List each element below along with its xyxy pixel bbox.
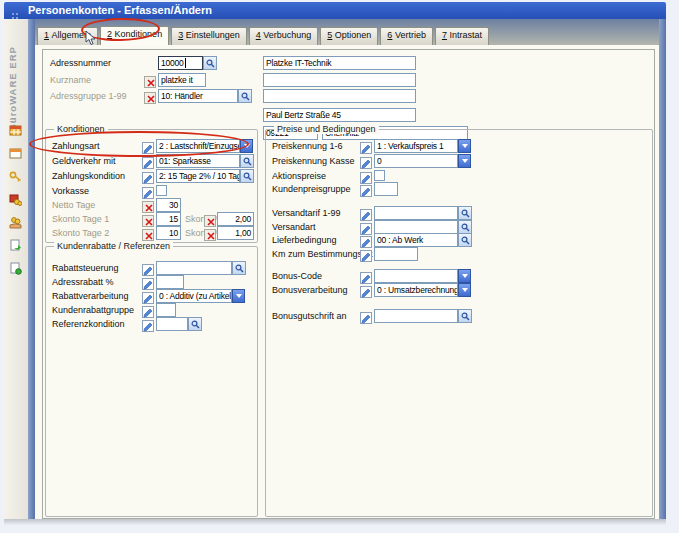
kundenpreisgruppe-input[interactable] [374,182,398,196]
cash-icon[interactable] [9,192,22,210]
bonus-code-select[interactable] [374,269,458,283]
kundenrabattgruppe-input[interactable] [156,303,176,317]
field-disabled-icon [204,213,216,225]
skonto1-label: Skonto Tage 1 [52,214,109,224]
field-edit-icon [142,318,154,330]
bonus-code-row: Bonus-Code [266,269,652,283]
km-input[interactable] [374,247,418,261]
field-disabled-icon [142,199,154,211]
table-icon[interactable] [9,123,22,141]
adressgruppe-label: Adressgruppe 1-99 [50,91,127,101]
adressgruppe-select[interactable]: 10: Händler [158,89,238,103]
tab-verbuchung[interactable]: 4 Verbuchung [249,27,319,45]
field-edit-icon [360,140,372,152]
preiskennung-kasse-select[interactable]: 0 [374,154,458,168]
adressrabatt-input[interactable] [156,275,184,289]
sidebar-splitter[interactable] [28,19,35,519]
bonusverarbeitung-select[interactable]: 0 : Umsatzberechnung Adr [374,283,458,297]
annotation-ellipse-zahlungsart [29,131,249,157]
field-edit-icon [360,284,372,296]
lieferbedingung-label: Lieferbedingung [272,235,337,245]
rabattverarbeitung-select[interactable]: 0 : Additiv (zu Artikel/WGR [156,289,232,303]
rabattsteuerung-row: Rabattsteuerung [46,261,257,275]
preiskennung-label: Preiskennung 1-6 [272,141,343,151]
zahlungskondition-select[interactable]: 2: 15 Tage 2% / 10 Tag [156,169,240,183]
lieferbedingung-lookup-button[interactable] [458,233,472,247]
payment-icon[interactable] [9,215,22,233]
strasse-row: Paul Bertz Straße 45 [43,108,654,122]
adressnummer-input[interactable]: 10000 [158,56,203,70]
versandtarif-input[interactable] [374,206,458,220]
tab-intrastat[interactable]: 7 Intrastat [435,27,489,45]
vorkasse-checkbox[interactable] [156,185,167,196]
vorkasse-label: Vorkasse [52,186,89,196]
kundenrabattgruppe-label: Kundenrabattgruppe [52,305,134,315]
field-edit-icon [142,290,154,302]
field-edit-icon [360,170,372,182]
chevron-down-icon [462,159,468,163]
geldverkehr-label: Geldverkehr mit [52,156,116,166]
tab-einstellungen[interactable]: 3 Einstellungen [171,27,247,45]
bonusgutschrift-input[interactable] [374,309,458,323]
preiskennung-kasse-row: Preiskennung Kasse 0 [266,154,652,168]
zahlungskondition-lookup-button[interactable] [240,169,254,183]
kurzname-input[interactable]: platzke it [158,73,206,87]
field-disabled-icon [204,227,216,239]
aktionspreise-row: Aktionspreise [266,169,652,183]
window-title: Personenkonten - Erfassen/Ändern [28,4,212,16]
adressgruppe-lookup-button[interactable] [238,89,252,103]
name2-input[interactable] [263,73,416,87]
bonusgutschrift-label: Bonusgutschrift an [272,311,347,321]
rabattsteuerung-input[interactable] [156,261,232,275]
lieferbedingung-select[interactable]: 00 : Ab Werk [374,233,458,247]
netto-tage-row: Netto Tage 30 [46,198,257,212]
netto-tage-input[interactable]: 30 [156,198,181,212]
tab-optionen[interactable]: 5 Optionen [320,27,378,45]
title-bar[interactable]: Personenkonten - Erfassen/Ändern [4,2,666,19]
field-edit-icon [142,170,154,182]
app-window: Personenkonten - Erfassen/Ändern BüroWAR… [4,2,666,525]
aktionspreise-checkbox[interactable] [374,170,385,181]
rabattsteuerung-lookup-button[interactable] [232,261,246,275]
geldverkehr-lookup-button[interactable] [240,154,254,168]
sidebar: BüroWARE ERP [4,19,28,519]
versandtarif-lookup-button[interactable] [458,206,472,220]
skonto1-pct-input[interactable]: 2,00 [217,212,254,226]
export-icon[interactable] [9,238,22,256]
preiskennung-kasse-dropdown-button[interactable] [458,154,471,168]
adressnummer-lookup-button[interactable] [203,56,217,70]
netto-tage-label: Netto Tage [52,200,95,210]
vorkasse-row: Vorkasse [46,184,257,198]
name1-input[interactable]: Platzke IT-Technik [263,56,416,70]
rabattverarbeitung-dropdown-button[interactable] [232,289,245,303]
preiskennung-select[interactable]: 1 : Verkaufspreis 1 [374,139,458,153]
strasse-input[interactable]: Paul Bertz Straße 45 [263,108,416,122]
zahlungskondition-row: Zahlungskondition 2: 15 Tage 2% / 10 Tag [46,169,257,183]
form-panel: Adressnummer 10000 Platzke IT-Technik Ku… [42,49,655,519]
bonusverarbeitung-dropdown-button[interactable] [458,283,471,297]
referenzkondition-row: Referenzkondition [46,317,257,331]
tab-vertrieb[interactable]: 6 Vertrieb [380,27,433,45]
versandart-row: Versandart [266,220,652,234]
name3-input[interactable] [263,89,416,103]
versandart-lookup-button[interactable] [458,220,472,234]
preiskennung-dropdown-button[interactable] [458,139,471,153]
bonusgutschrift-row: Bonusgutschrift an [266,309,652,323]
referenzkondition-lookup-button[interactable] [188,317,202,331]
bonusverarbeitung-label: Bonusverarbeitung [272,285,348,295]
rabattverarbeitung-label: Rabattverarbeitung [52,291,129,301]
key-icon[interactable] [9,169,22,187]
window-icon[interactable] [9,146,22,164]
lieferbedingung-row: Lieferbedingung 00 : Ab Werk [266,233,652,247]
referenzkondition-input[interactable] [156,317,188,331]
versandart-input[interactable] [374,220,458,234]
skonto1-tage-input[interactable]: 15 [156,212,181,226]
document-add-icon[interactable] [9,261,22,279]
chevron-down-icon [462,144,468,148]
skonto2-tage-input[interactable]: 10 [156,226,181,240]
bonusgutschrift-lookup-button[interactable] [458,309,472,323]
skonto2-pct-input[interactable]: 1,00 [217,226,254,240]
km-row: Km zum Bestimmungsort [266,247,652,261]
bonus-code-dropdown-button[interactable] [458,269,471,283]
adressnummer-row: Adressnummer 10000 Platzke IT-Technik [43,56,654,70]
